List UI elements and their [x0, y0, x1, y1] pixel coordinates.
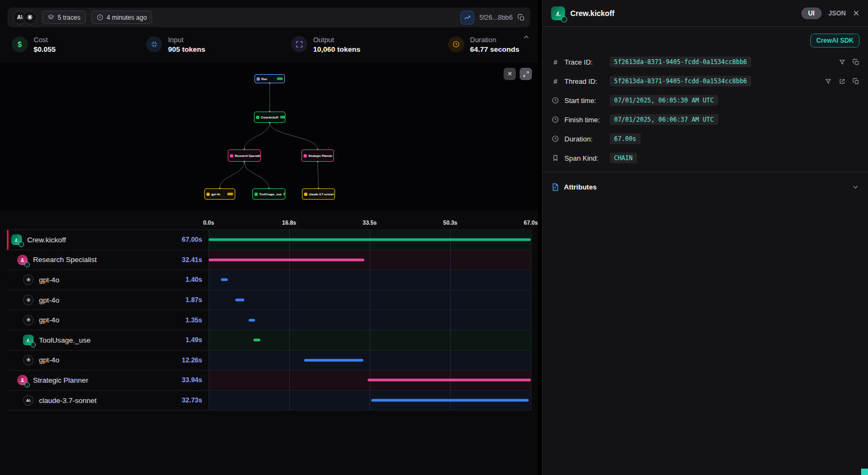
filter-icon[interactable] — [825, 78, 832, 85]
timeline-row-claude-3-7-sonnet[interactable]: A\ claude-3.7-sonnet 32.73s — [7, 391, 531, 411]
sdk-badge: CrewAI SDK — [810, 34, 859, 48]
instrumentation-badge-icon — [19, 242, 24, 247]
clock-icon — [97, 14, 103, 21]
field-value[interactable]: 07/01/2025, 06:06:37 AM UTC — [610, 114, 718, 125]
field-label: Duration: — [564, 135, 605, 143]
graph-node[interactable]: Research Specialist — [228, 149, 261, 162]
stat-cost: $ Cost $0.055 — [12, 32, 146, 57]
timeline-row-gpt-4o[interactable]: ✳ gpt-4o 1.35s — [7, 310, 531, 330]
span-name: Crew.kickoff — [27, 236, 66, 244]
copy-icon[interactable] — [853, 59, 859, 66]
crewai-icon — [11, 234, 22, 245]
traces-count-badge[interactable]: 5 traces — [42, 11, 86, 24]
node-icon — [304, 154, 307, 157]
openai-icon: ✳ — [23, 355, 34, 366]
grid-line — [531, 230, 531, 410]
span-details-header: Crew.kickoff UI JSON ✕ — [543, 0, 868, 27]
row-plot — [209, 310, 531, 330]
span-duration: 1.87s — [186, 296, 202, 304]
timeline-row-strategic-planner[interactable]: Strategic Planner 33.94s — [7, 370, 531, 391]
span-name: gpt-4o — [39, 356, 59, 364]
attributes-section-toggle[interactable]: Attributes — [551, 177, 859, 197]
graph-node[interactable]: Run — [254, 74, 285, 83]
close-panel-button[interactable]: ✕ — [853, 9, 859, 18]
provider-logos: A\ ✳ — [13, 11, 37, 25]
traces-count-label: 5 traces — [58, 14, 81, 21]
stat-value: 64.77 seconds — [470, 45, 519, 53]
timeline-row-gpt-4o[interactable]: ✳ gpt-4o 12.26s — [7, 351, 531, 371]
trend-chart-button[interactable] — [460, 11, 474, 25]
dollar-icon: $ — [12, 36, 28, 52]
duration-bar — [304, 359, 363, 361]
openai-logo-icon: ✳ — [23, 11, 37, 25]
duration-bar — [253, 339, 260, 342]
field-value[interactable]: 67.00s — [610, 133, 641, 144]
trace-stats-row: $ Cost $0.055 Input 905 tokens Output 10… — [12, 32, 526, 57]
span-duration: 32.73s — [182, 397, 202, 404]
tab-ui[interactable]: UI — [801, 7, 822, 19]
bookmark-icon — [551, 154, 560, 162]
timeline-row-gpt-4o[interactable]: ✳ gpt-4o 1.87s — [7, 290, 531, 311]
copy-icon[interactable] — [853, 78, 859, 85]
graph-node[interactable]: claude-3.7-sonnet — [302, 188, 335, 200]
row-label: A\ claude-3.7-sonnet 32.73s — [7, 391, 209, 410]
span-duration: 32.41s — [182, 256, 202, 264]
openai-icon: ✳ — [23, 315, 34, 326]
node-label: Crew.kickoff — [261, 116, 278, 119]
stat-label: Input — [168, 36, 205, 44]
timeline-row-research-specialist[interactable]: Research Specialist 32.41s — [7, 250, 531, 271]
field-label: Thread ID: — [564, 77, 605, 85]
graph-expand-button[interactable] — [520, 68, 532, 80]
external-link-icon[interactable] — [839, 78, 846, 85]
field-duration: Duration: 67.00s — [551, 129, 859, 148]
node-icon — [304, 193, 307, 196]
span-duration: 1.35s — [186, 316, 202, 324]
node-label: claude-3.7-sonnet — [309, 193, 334, 196]
copy-icon[interactable] — [517, 14, 525, 21]
timeline-axis: 0.0s16.8s33.5s50.3s67.0s — [209, 217, 531, 229]
instrumentation-badge-icon — [561, 17, 567, 22]
clock-icon — [551, 116, 560, 123]
field-value[interactable]: CHAIN — [610, 153, 637, 163]
axis-tick-label: 16.8s — [282, 219, 296, 226]
scrollbar-thumb[interactable] — [861, 469, 868, 475]
field-value[interactable]: 5f2613da-8371-9405-fcdd-0a1534cc8bb6 — [610, 76, 751, 86]
span-duration: 67.00s — [182, 236, 202, 243]
field-value[interactable]: 07/01/2025, 06:05:30 AM UTC — [610, 95, 718, 106]
span-title: Crew.kickoff — [570, 9, 615, 18]
graph-node[interactable]: gpt-4o — [204, 188, 235, 200]
row-tint — [209, 351, 531, 370]
span-duration: 1.49s — [186, 336, 202, 344]
axis-tick-label: 0.0s — [203, 219, 214, 226]
filter-icon[interactable] — [839, 59, 846, 66]
agent-icon — [17, 255, 28, 265]
collapse-stats-button[interactable] — [522, 33, 530, 41]
timeline-row-toolusage-use[interactable]: ToolUsage._use 1.49s — [7, 330, 531, 351]
node-label: ToolUsage._use — [259, 193, 282, 196]
graph-close-button[interactable]: ✕ — [504, 68, 516, 80]
row-tint — [209, 310, 531, 330]
divider — [543, 172, 868, 172]
axis-tick-label: 33.5s — [363, 219, 377, 226]
row-plot — [209, 330, 531, 350]
stat-value: $0.055 — [34, 45, 55, 53]
axis-tick-label: 67.0s — [524, 219, 538, 226]
graph-node[interactable]: Strategic Planner — [301, 149, 334, 162]
row-label: Research Specialist 32.41s — [7, 250, 209, 270]
timeline-row-gpt-4o[interactable]: ✳ gpt-4o 1.40s — [7, 270, 531, 290]
tab-json[interactable]: JSON — [829, 10, 846, 17]
field-span-kind: Span Kind: CHAIN — [551, 148, 859, 168]
node-status-badge — [277, 77, 283, 80]
row-plot — [209, 351, 531, 370]
graph-node[interactable]: Crew.kickoff — [254, 112, 285, 123]
clock-icon — [551, 97, 560, 104]
trace-panel: A\ ✳ 5 traces 4 minutes ago 5f26...8bb6 … — [0, 0, 538, 475]
graph-node[interactable]: ToolUsage._use — [252, 188, 285, 200]
timeline-row-crew-kickoff[interactable]: Crew.kickoff 67.00s — [7, 230, 531, 250]
field-value[interactable]: 5f2613da-8371-9405-fcdd-0a1534cc8bb6 — [610, 57, 751, 67]
duration-bar — [221, 279, 228, 281]
node-status-badge — [280, 116, 285, 118]
duration-bar — [235, 299, 244, 302]
arrows-out-icon — [291, 36, 307, 52]
stat-label: Duration — [470, 36, 519, 44]
